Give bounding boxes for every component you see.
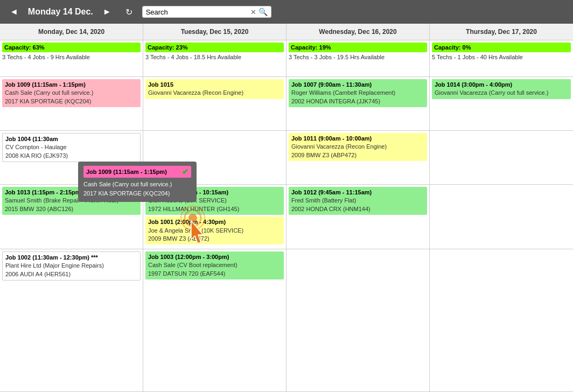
job-cell-r4-thu: [430, 249, 573, 391]
job-cell-r4-wed: [286, 249, 430, 391]
job-title: Job 1004 (11:30am: [5, 135, 137, 143]
capacity-cell-mon: Capacity: 63% 3 Techs - 4 Jobs - 9 Hrs A…: [0, 40, 143, 76]
job-row-1: Job 1009 (11:15am - 1:15pm) Cash Sale (C…: [0, 77, 573, 131]
capacity-detail-tue: 3 Techs - 4 Jobs - 18.5 Hrs Available: [145, 53, 284, 61]
search-clear-button[interactable]: ✕: [250, 8, 256, 16]
search-input[interactable]: [146, 8, 248, 16]
job-customer: Joe & Angela Smith (10K SERVICE): [148, 227, 281, 235]
app-header: ◄ Monday 14 Dec. ► ↻ ✕ 🔍: [0, 0, 573, 24]
job-customer: Plant Hire Ltd (Major Engine Repairs): [5, 262, 137, 270]
capacity-bar-mon: Capacity: 63%: [2, 43, 141, 52]
job-title: Job 1009 (11:15am - 1:15pm): [5, 81, 138, 89]
job-customer: Giovanni Vacarezza (Carry out full servi…: [435, 89, 568, 97]
calendar-body: Capacity: 63% 3 Techs - 4 Jobs - 9 Hrs A…: [0, 40, 573, 392]
job-title: Job 1012 (9:45am - 11:15am): [291, 188, 424, 197]
job-card-1009-mon[interactable]: Job 1009 (11:15am - 1:15pm) Cash Sale (C…: [2, 79, 141, 107]
job-vehicle: 2008 KIA RIO (EJK973): [5, 152, 137, 160]
job-vehicle: 2002 HONDA INTEGRA (JJK745): [291, 97, 424, 106]
prev-button[interactable]: ◄: [5, 5, 23, 19]
job-cell-r1-tue: Job 1015 Giovanni Vacarezza (Recon Engin…: [143, 77, 286, 130]
job-customer: Giovanni Vacarezza (Recon Engine): [291, 143, 424, 151]
job-cell-r1-wed: Job 1007 (9:00am - 11:30am) Roger Willia…: [286, 77, 430, 130]
job-cell-r3-wed: Job 1012 (9:45am - 11:15am) Fred Smith (…: [286, 185, 430, 249]
job-customer: Cash Sale (CV Boot replacement): [148, 261, 281, 269]
job-cell-r3-thu: [430, 185, 573, 249]
job-card-1012-wed[interactable]: Job 1012 (9:45am - 11:15am) Fred Smith (…: [289, 187, 427, 215]
job-row-4: Job 1002 (11:30am - 12:30pm) *** Plant H…: [0, 249, 573, 392]
job-title: Job 1011 (9:00am - 10:00am): [291, 135, 424, 143]
job-title: Job 1007 (9:00am - 11:30am): [291, 81, 424, 89]
job-cell-r2-thu: [430, 131, 573, 184]
job-card-1007-wed[interactable]: Job 1007 (9:00am - 11:30am) Roger Willia…: [289, 79, 427, 107]
popup-line2: 2017 KIA SPORTAGE (KQC204): [83, 189, 191, 198]
job-cell-r1-thu: Job 1014 (3:00pm - 4:00pm) Giovanni Vaca…: [430, 77, 573, 130]
col-header-wed: Wednesday, Dec 16, 2020: [286, 24, 430, 40]
calendar-header-row: Monday, Dec 14, 2020 Tuesday, Dec 15, 20…: [0, 24, 573, 40]
search-box: ✕ 🔍: [142, 6, 271, 18]
job-card-1002-mon[interactable]: Job 1002 (11:30am - 12:30pm) *** Plant H…: [2, 251, 141, 281]
job-title: Job 1014 (3:00pm - 4:00pm): [435, 81, 568, 89]
search-icon-button[interactable]: 🔍: [258, 8, 268, 16]
job-card-1014-thu[interactable]: Job 1014 (3:00pm - 4:00pm) Giovanni Vaca…: [432, 79, 571, 99]
popup-title-bar: Job 1009 (11:15am - 1:15pm) ✔: [83, 166, 191, 178]
capacity-detail-thu: 5 Techs - 1 Jobs - 40 Hrs Available: [432, 53, 571, 61]
popup-line1: Cash Sale (Carry out full service.): [83, 180, 191, 189]
job-cell-r4-mon: Job 1002 (11:30am - 12:30pm) *** Plant H…: [0, 249, 143, 391]
job-vehicle: 2006 AUDI A4 (HER561): [5, 270, 137, 278]
col-header-thu: Thursday, Dec 17, 2020: [430, 24, 573, 40]
capacity-bar-thu: Capacity: 0%: [432, 43, 571, 52]
job-customer: Fred Smith (Battery Flat): [291, 197, 424, 205]
col-header-tue: Tuesday, Dec 15, 2020: [143, 24, 286, 40]
job-card-1004-mon[interactable]: Job 1004 (11:30am CV Compton - Haulage 2…: [2, 133, 141, 162]
job-vehicle: 2009 BMW Z3 (ABP472): [291, 151, 424, 159]
job-card-1011-wed[interactable]: Job 1011 (9:00am - 10:00am) Giovanni Vac…: [289, 133, 427, 161]
capacity-row: Capacity: 63% 3 Techs - 4 Jobs - 9 Hrs A…: [0, 40, 573, 77]
capacity-bar-wed: Capacity: 19%: [289, 43, 427, 52]
job-card-1015-tue[interactable]: Job 1015 Giovanni Vacarezza (Recon Engin…: [145, 79, 284, 99]
job-customer: Cash Sale (Carry out full service.): [5, 89, 138, 97]
job-vehicle: 2009 BMW Z3 (AB472): [148, 235, 281, 243]
job-title: Job 1002 (11:30am - 12:30pm) ***: [5, 254, 137, 262]
job-vehicle: 2017 KIA SPORTAGE (KQC204): [5, 97, 138, 106]
capacity-detail-wed: 3 Techs - 3 Jobs - 19.5 Hrs Available: [289, 53, 427, 61]
job-card-1001-tue[interactable]: Job 1001 (2:00pm - 4:30pm) Joe & Angela …: [145, 216, 284, 244]
job-vehicle: 2002 HONDA CRX (HNM144): [291, 205, 424, 213]
calendar: Monday, Dec 14, 2020 Tuesday, Dec 15, 20…: [0, 24, 573, 392]
job-customer: CV Compton - Haulage: [5, 143, 137, 151]
popup-body: Cash Sale (Carry out full service.) 2017…: [83, 180, 191, 198]
capacity-cell-tue: Capacity: 23% 3 Techs - 4 Jobs - 18.5 Hr…: [143, 40, 286, 76]
job-customer: Roger Williams (Cambelt Replacement): [291, 89, 424, 97]
job-title: Job 1001 (2:00pm - 4:30pm): [148, 218, 281, 226]
job-cell-r2-wed: Job 1011 (9:00am - 10:00am) Giovanni Vac…: [286, 131, 430, 184]
popup-title-text: Job 1009 (11:15am - 1:15pm): [86, 169, 167, 175]
job-title: Job 1003 (12:00pm - 3:00pm): [148, 253, 281, 261]
job-customer: Giovanni Vacarezza (Recon Engine): [148, 89, 281, 97]
job-card-1003-tue[interactable]: Job 1003 (12:00pm - 3:00pm) Cash Sale (C…: [145, 251, 284, 279]
job-popup[interactable]: Job 1009 (11:15am - 1:15pm) ✔ Cash Sale …: [78, 162, 197, 202]
job-vehicle: 1972 HILLMAN HUNTER (GH145): [148, 205, 281, 213]
job-title: Job 1015: [148, 81, 281, 89]
header-title: Monday 14 Dec.: [28, 7, 93, 17]
job-vehicle: 2015 BMW 320 (ABC126): [5, 205, 138, 213]
refresh-button[interactable]: ↻: [121, 5, 137, 19]
capacity-bar-tue: Capacity: 23%: [145, 43, 284, 52]
next-button[interactable]: ►: [99, 5, 116, 19]
capacity-detail-mon: 3 Techs - 4 Jobs - 9 Hrs Available: [2, 53, 141, 61]
popup-check-icon: ✔: [182, 167, 188, 176]
job-cell-r4-tue: Job 1003 (12:00pm - 3:00pm) Cash Sale (C…: [143, 249, 286, 391]
col-header-mon: Monday, Dec 14, 2020: [0, 24, 143, 40]
capacity-cell-thu: Capacity: 0% 5 Techs - 1 Jobs - 40 Hrs A…: [430, 40, 573, 76]
capacity-cell-wed: Capacity: 19% 3 Techs - 3 Jobs - 19.5 Hr…: [286, 40, 430, 76]
job-cell-r1-mon: Job 1009 (11:15am - 1:15pm) Cash Sale (C…: [0, 77, 143, 130]
job-vehicle: 1997 DATSUN 720 (EAF544): [148, 270, 281, 278]
